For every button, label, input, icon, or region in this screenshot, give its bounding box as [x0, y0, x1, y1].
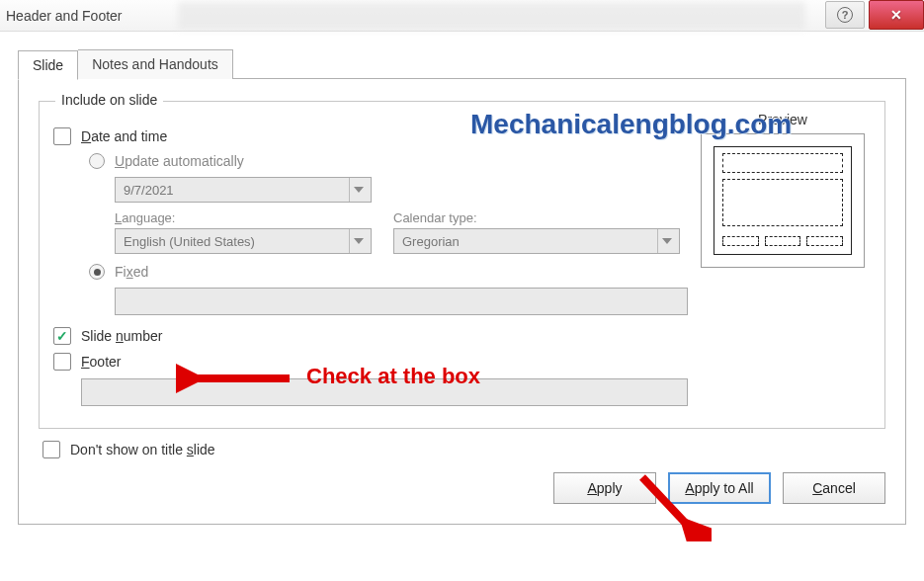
- tabs: Slide Notes and Handouts: [18, 49, 906, 79]
- cancel-button[interactable]: Cancel: [783, 472, 885, 504]
- preview-body-ph: [722, 179, 843, 226]
- date-combo-value: 9/7/2021: [124, 183, 174, 198]
- footer-checkbox[interactable]: [53, 353, 71, 371]
- tab-notes-label: Notes and Handouts: [92, 56, 218, 72]
- date-combo[interactable]: 9/7/2021: [115, 177, 372, 203]
- update-auto-row: Update automatically: [89, 153, 547, 169]
- help-button[interactable]: ?: [825, 1, 865, 29]
- preview-footer-left: [722, 236, 759, 246]
- fixed-input[interactable]: [115, 288, 688, 315]
- calendar-combo[interactable]: Gregorian: [393, 228, 680, 254]
- dont-show-label: Don't show on title slide: [70, 442, 215, 457]
- dialog-buttons: Apply Apply to All Cancel: [39, 472, 885, 504]
- cancel-label: Cancel: [812, 480, 856, 496]
- tabpanel-slide: Include on slide Preview: [18, 78, 906, 525]
- update-auto-radio[interactable]: [89, 153, 105, 169]
- slide-number-checkbox[interactable]: [53, 327, 71, 345]
- chevron-down-icon: [657, 229, 675, 253]
- fixed-row: Fixed: [89, 264, 547, 280]
- slide-number-row: Slide number: [53, 327, 547, 345]
- update-auto-label: Update automatically: [115, 153, 244, 169]
- fixed-radio[interactable]: [89, 264, 105, 280]
- tab-slide-label: Slide: [33, 57, 63, 73]
- slide-number-label: Slide number: [81, 328, 163, 344]
- preview-slide: [714, 146, 852, 255]
- close-icon: ✕: [890, 7, 902, 23]
- help-icon: ?: [837, 7, 853, 23]
- date-time-label: Date and time: [81, 128, 167, 144]
- dont-show-row: Don't show on title slide: [42, 441, 885, 458]
- watermark: Mechanicalengblog.com: [470, 109, 792, 140]
- calendar-label: Calendar type:: [393, 210, 680, 225]
- dialog-title: Header and Footer: [6, 8, 123, 24]
- titlebar: Header and Footer ? ✕: [0, 0, 924, 32]
- ribbon-blur: [178, 2, 805, 30]
- chevron-down-icon: [349, 178, 367, 202]
- dont-show-checkbox[interactable]: [42, 441, 60, 458]
- preview-footer-right: [806, 236, 843, 246]
- svg-line-1: [642, 477, 690, 528]
- tab-notes-handouts[interactable]: Notes and Handouts: [78, 49, 233, 79]
- annotation-arrow-check: [176, 364, 294, 393]
- language-value: English (United States): [124, 234, 255, 249]
- fixed-label: Fixed: [115, 264, 148, 280]
- language-label: Language:: [115, 210, 372, 225]
- footer-label: Footer: [81, 354, 121, 370]
- calendar-value: Gregorian: [402, 234, 460, 249]
- tab-slide[interactable]: Slide: [18, 50, 78, 80]
- language-combo[interactable]: English (United States): [115, 228, 372, 254]
- apply-label: Apply: [587, 480, 622, 496]
- annotation-check-text: Check at the box: [306, 364, 480, 389]
- include-legend: Include on slide: [55, 92, 163, 108]
- preview-title-ph: [722, 153, 843, 173]
- chevron-down-icon: [349, 229, 367, 253]
- date-time-checkbox[interactable]: [53, 127, 71, 145]
- dialog-body: Mechanicalengblog.com Slide Notes and Ha…: [0, 32, 924, 539]
- annotation-arrow-apply: [632, 472, 712, 541]
- preview-footer-center: [765, 236, 801, 246]
- preview-frame: [701, 133, 865, 268]
- close-button[interactable]: ✕: [869, 0, 924, 30]
